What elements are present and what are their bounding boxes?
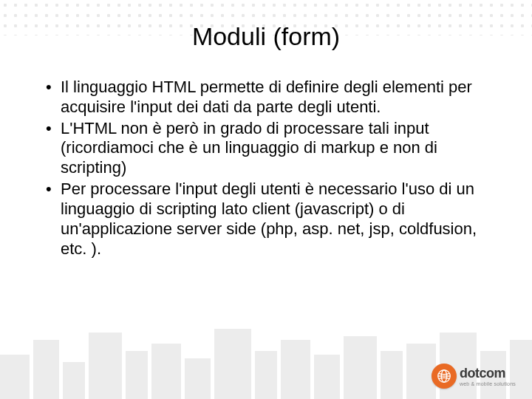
svg-rect-6 (185, 358, 211, 399)
svg-rect-2 (63, 362, 85, 399)
svg-rect-0 (0, 355, 30, 399)
svg-rect-10 (314, 355, 340, 399)
svg-rect-12 (381, 351, 403, 399)
bullet-item: Per processare l'input degli utenti è ne… (44, 180, 488, 259)
logo-tagline: web & mobile solutions (460, 381, 516, 386)
svg-rect-8 (255, 351, 277, 399)
svg-rect-11 (344, 336, 377, 399)
slide-title: Moduli (form) (44, 22, 488, 51)
svg-rect-9 (281, 340, 310, 399)
svg-rect-1 (33, 340, 59, 399)
svg-rect-5 (151, 344, 181, 399)
svg-rect-7 (214, 329, 251, 399)
svg-rect-3 (89, 332, 122, 399)
bullet-item: Il linguaggio HTML permette di definire … (44, 78, 488, 117)
brand-logo: dotcom web & mobile solutions (432, 364, 516, 389)
logo-mark-icon (432, 364, 457, 389)
logo-text: dotcom web & mobile solutions (460, 366, 516, 386)
slide-content: Moduli (form) Il linguaggio HTML permett… (0, 0, 532, 259)
logo-brand-name: dotcom (460, 366, 516, 380)
svg-rect-4 (126, 351, 148, 399)
bullet-list: Il linguaggio HTML permette di definire … (44, 78, 488, 259)
bullet-item: L'HTML non è però in grado di processare… (44, 119, 488, 178)
